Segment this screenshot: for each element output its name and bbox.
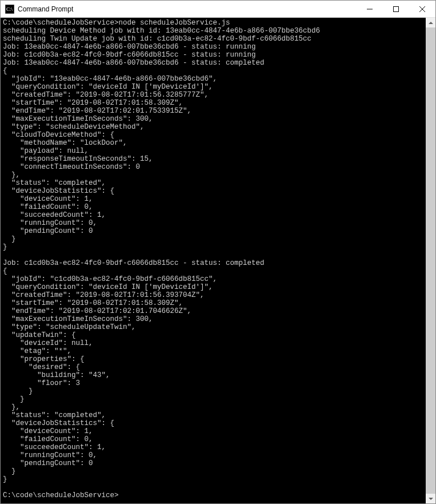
svg-marker-7 <box>429 498 433 500</box>
output-json: { "jobId": "c1cd0b3a-ec82-4fc0-9bdf-c606… <box>3 267 217 483</box>
scroll-track[interactable] <box>426 27 435 494</box>
scroll-thumb[interactable] <box>426 27 435 494</box>
prompt: C:\code\scheduleJobService> <box>3 491 119 499</box>
scroll-down-arrow[interactable] <box>426 494 435 503</box>
output-line: scheduling Device Method job with id: 13… <box>3 27 320 35</box>
maximize-button[interactable] <box>383 1 409 18</box>
output-json: { "jobId": "13eab0cc-4847-4e6b-a866-007b… <box>3 67 217 251</box>
output-line: Job: 13eab0cc-4847-4e6b-a866-007bbe36cbd… <box>3 59 265 67</box>
console-wrapper: C:\code\scheduleJobService>node schedule… <box>1 18 435 503</box>
window-title: Command Prompt <box>18 5 357 13</box>
minimize-button[interactable] <box>357 1 383 18</box>
output-line: Job: c1cd0b3a-ec82-4fc0-9bdf-c6066db815c… <box>3 51 256 59</box>
prompt: C:\code\scheduleJobService> <box>3 19 119 27</box>
svg-text:C:\: C:\ <box>6 6 13 12</box>
window-controls <box>357 1 435 17</box>
close-button[interactable] <box>409 1 435 18</box>
output-line: Job: c1cd0b3a-ec82-4fc0-9bdf-c6066db815c… <box>3 259 265 267</box>
output-line: Job: 13eab0cc-4847-4e6b-a866-007bbe36cbd… <box>3 43 256 51</box>
console-output[interactable]: C:\code\scheduleJobService>node schedule… <box>1 18 426 503</box>
command-text: node scheduleJobService.js <box>119 19 230 27</box>
scroll-up-arrow[interactable] <box>426 18 435 27</box>
window-titlebar: C:\ Command Prompt <box>1 1 435 18</box>
output-line: scheduling Twin Update job with id: c1cd… <box>3 35 311 43</box>
svg-rect-3 <box>394 7 399 12</box>
cmd-icon: C:\ <box>5 5 14 14</box>
svg-marker-6 <box>429 22 433 24</box>
vertical-scrollbar[interactable] <box>426 18 435 503</box>
